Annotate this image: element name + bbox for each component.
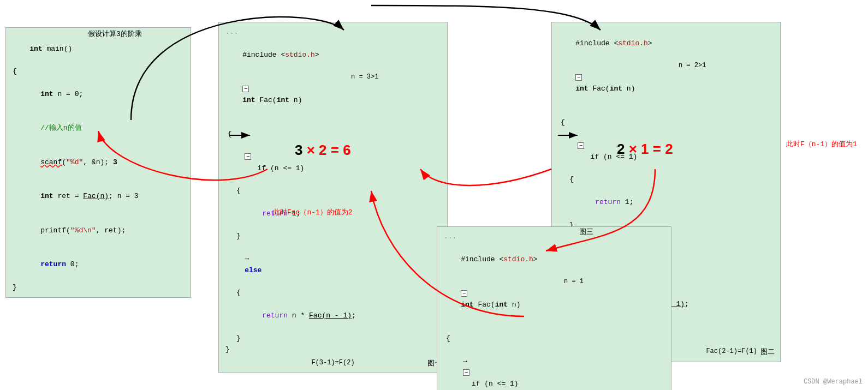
fig1-bottom-annotation: 此时Fac（n-1）的值为2 xyxy=(273,207,353,217)
fig2-label: 图二 xyxy=(760,347,775,358)
collapse-btn3[interactable]: − xyxy=(575,74,582,81)
code-line: return 1; xyxy=(558,185,774,219)
collapse-btn5[interactable]: − xyxy=(461,290,467,297)
code-line: { xyxy=(558,117,774,129)
code-line: return 0; xyxy=(13,248,184,281)
box1-annotation: 假设计算3的阶乘 xyxy=(88,29,142,40)
code-line: − int Fac(int n) n = 3>1 xyxy=(225,72,441,129)
fig1-bottom-label: F(3-1)=F(2) xyxy=(225,358,441,368)
code-line: #include <stdio.h> xyxy=(225,38,441,72)
fig2-side-annotation: 此时F（n-1）的值为1 xyxy=(786,139,857,149)
code-line: { xyxy=(225,129,441,140)
fig2-handwritten: 2 × 1 = 2 xyxy=(617,141,673,158)
code-line: } xyxy=(225,333,441,345)
code-line: { xyxy=(225,287,441,299)
code-line: return n * Fac(n - 1); xyxy=(225,299,441,333)
code-line: → else xyxy=(225,242,441,287)
fig1-handwritten: 3 × 2 = 6 xyxy=(295,142,351,159)
code-line: } xyxy=(13,282,184,293)
code-line: scanf("%d", &n); 3 xyxy=(13,146,184,179)
collapse-btn6[interactable]: − xyxy=(463,369,469,376)
code-line: } xyxy=(225,344,441,356)
code-line: } xyxy=(225,231,441,242)
code-line: { xyxy=(225,185,441,197)
code-line: ... xyxy=(444,231,664,243)
collapse-btn2[interactable]: − xyxy=(245,153,251,160)
code-line: { xyxy=(444,333,664,345)
watermark: CSDN @Weraphael xyxy=(804,378,863,386)
code-line: int n = 0; xyxy=(13,77,184,111)
code-line: printf("%d\n", ret); xyxy=(13,214,184,248)
code-line: − int Fac(int n) n = 2>1 xyxy=(558,61,774,117)
code-line: #include <stdio.h> xyxy=(558,27,774,61)
code-line: { xyxy=(558,174,774,185)
code-line: − int Fac(int n) n = 1 xyxy=(444,277,664,333)
fig1-code-box: ... #include <stdio.h> − int Fac(int n) … xyxy=(218,22,448,373)
collapse-btn4[interactable]: − xyxy=(578,142,584,149)
code-line: int ret = Fac(n); n = 3 xyxy=(13,179,184,213)
code-line: → − if (n <= 1) xyxy=(444,345,664,390)
main-code-box: 假设计算3的阶乘 int main() { int n = 0; //输入n的值… xyxy=(5,27,191,298)
code-line: #include <stdio.h> xyxy=(444,243,664,277)
code-line: ... xyxy=(225,27,441,38)
fig3-code-box: ... #include <stdio.h> − int Fac(int n) … xyxy=(437,226,671,390)
code-line: { xyxy=(13,66,184,77)
collapse-btn[interactable]: − xyxy=(242,86,249,92)
code-line: //输入n的值 xyxy=(13,112,184,146)
